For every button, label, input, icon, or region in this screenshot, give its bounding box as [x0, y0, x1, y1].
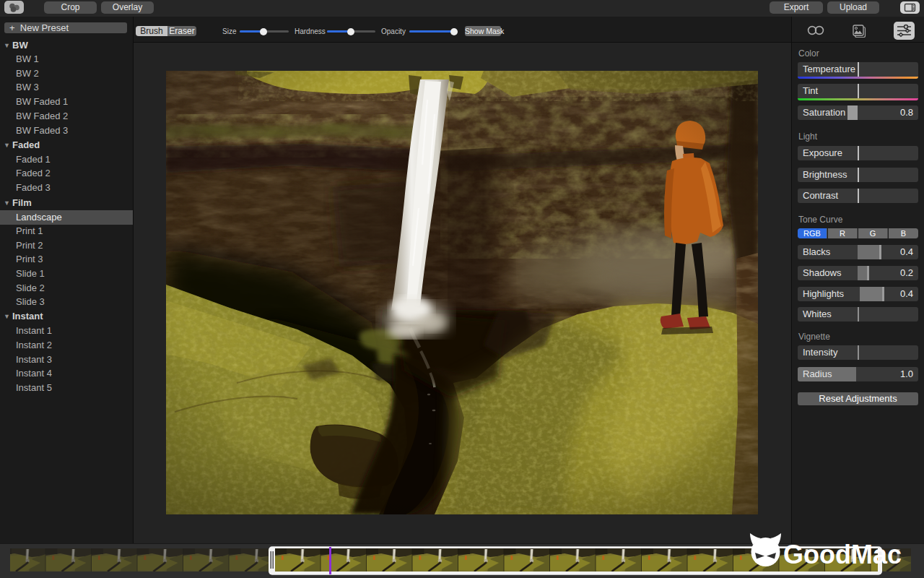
svg-text:GoodMac: GoodMac	[783, 540, 902, 569]
